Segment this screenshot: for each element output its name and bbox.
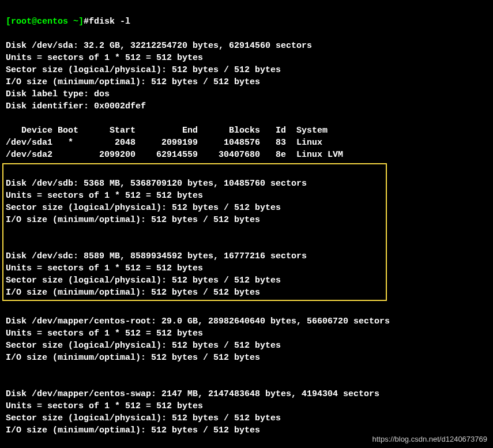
disk-sdc-line: Disk /dev/sdc: 8589 MB, 8589934592 bytes… xyxy=(6,251,307,261)
prompt-symbol: # xyxy=(84,17,89,27)
disk-root-line: I/O size (minimum/optimal): 512 bytes / … xyxy=(6,353,260,363)
partition-row: /dev/sda2 2099200 62914559 30407680 8e L… xyxy=(6,150,343,160)
disk-sdc-line: I/O size (minimum/optimal): 512 bytes / … xyxy=(6,288,260,298)
disk-sda-line: Units = sectors of 1 * 512 = 512 bytes xyxy=(6,53,203,63)
disk-sdc-line: Sector size (logical/physical): 512 byte… xyxy=(6,276,281,285)
terminal-output[interactable]: [root@centos ~]#fdisk -l Disk /dev/sda: … xyxy=(0,0,493,440)
disk-sda-line: Disk identifier: 0x0002dfef xyxy=(6,101,146,111)
disk-sdb-line: I/O size (minimum/optimal): 512 bytes / … xyxy=(6,215,260,225)
disk-swap-line: Sector size (logical/physical): 512 byte… xyxy=(6,413,281,423)
disk-sda-line: I/O size (minimum/optimal): 512 bytes / … xyxy=(6,77,260,87)
disk-root-line: Sector size (logical/physical): 512 byte… xyxy=(6,341,281,351)
disk-sda-line: Disk label type: dos xyxy=(6,89,110,99)
disk-sdb-line: Units = sectors of 1 * 512 = 512 bytes xyxy=(6,191,203,201)
disk-sdb-line: Disk /dev/sdb: 5368 MB, 5368709120 bytes… xyxy=(6,179,307,189)
disk-swap-line: Disk /dev/mapper/centos-swap: 2147 MB, 2… xyxy=(6,389,379,399)
watermark-text: https://blog.csdn.net/d1240673769 xyxy=(372,434,488,445)
disk-sdb-line: Sector size (logical/physical): 512 byte… xyxy=(6,203,281,213)
disk-sda-line: Sector size (logical/physical): 512 byte… xyxy=(6,65,281,75)
disk-swap-line: Units = sectors of 1 * 512 = 512 bytes xyxy=(6,401,203,411)
partition-row: /dev/sda1 * 2048 2099199 1048576 83 Linu… xyxy=(6,138,322,148)
disk-sdc-line: Units = sectors of 1 * 512 = 512 bytes xyxy=(6,263,203,273)
disk-root-line: Disk /dev/mapper/centos-root: 29.0 GB, 2… xyxy=(6,317,390,326)
disk-sda-line: Disk /dev/sda: 32.2 GB, 32212254720 byte… xyxy=(6,41,312,51)
disk-swap-line: I/O size (minimum/optimal): 512 bytes / … xyxy=(6,426,260,435)
partition-table-header: Device Boot Start End Blocks Id System xyxy=(6,126,328,135)
highlight-box: Disk /dev/sdb: 5368 MB, 5368709120 bytes… xyxy=(2,163,387,301)
prompt-user-host: [root@centos ~] xyxy=(6,17,84,27)
command-text: fdisk -l xyxy=(89,17,130,27)
disk-root-line: Units = sectors of 1 * 512 = 512 bytes xyxy=(6,329,203,338)
